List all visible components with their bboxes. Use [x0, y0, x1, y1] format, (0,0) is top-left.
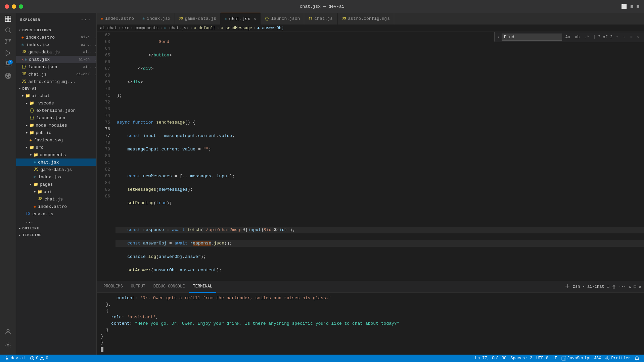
grid-icon[interactable]: ⊞: [637, 4, 639, 9]
status-line-ending[interactable]: LF: [550, 356, 559, 361]
astro-file-icon: ◈: [21, 35, 24, 40]
open-editor-index-astro[interactable]: ◈ index.astro ai-c...: [16, 34, 96, 41]
file-label: extensions.json: [36, 108, 96, 113]
open-editor-label: chat.js: [28, 72, 75, 77]
match-word-button[interactable]: ab: [573, 34, 581, 40]
breadcrumb-part[interactable]: components: [134, 26, 158, 31]
breadcrumb-part[interactable]: ◆ answerObj: [257, 26, 284, 31]
activity-explorer[interactable]: [3, 14, 13, 24]
sidebar: EXPLORER ··· ▾ OPEN EDITORS ◈ index.astr…: [16, 13, 97, 355]
find-select-all-button[interactable]: ≡: [629, 34, 634, 40]
status-notifications[interactable]: [633, 356, 641, 361]
folder-vscode[interactable]: ▸ 📁 .vscode: [16, 99, 96, 107]
line-number: 63: [99, 39, 110, 45]
activity-account[interactable]: [3, 327, 13, 336]
sidebar-more-button[interactable]: ···: [79, 15, 92, 24]
line-number: 72: [99, 99, 110, 106]
tab-index-jsx[interactable]: ⚛ index.jsx: [138, 13, 175, 25]
file-extensions-json[interactable]: {} extensions.json: [16, 107, 96, 114]
find-close-button[interactable]: ✕: [636, 34, 641, 40]
open-editor-game-data[interactable]: JS game-data.js ai-...: [16, 48, 96, 56]
folder-public[interactable]: ▾ 📁 public: [16, 129, 96, 136]
status-spaces[interactable]: Spaces: 2: [508, 356, 534, 361]
folder-pages[interactable]: ▾ 📁 pages: [16, 181, 96, 188]
tab-launch-json[interactable]: {} launch.json: [261, 13, 304, 25]
tab-index-astro[interactable]: ◈ index.astro: [97, 13, 138, 25]
code-editor[interactable]: Send </button> </div> </div> ); async fu…: [113, 32, 644, 281]
tab-chat-jsx[interactable]: ⚛ chat.jsx ✕: [221, 13, 261, 25]
folder-src[interactable]: ▾ 📁 src: [16, 144, 96, 151]
regex-button[interactable]: .*: [583, 34, 591, 40]
kill-terminal-icon[interactable]: 🗑: [612, 284, 616, 289]
folder-expand-icon: ▾: [30, 152, 32, 157]
maximize-button[interactable]: [19, 4, 23, 9]
open-editor-chat-js[interactable]: JS chat.js ai-ch/...: [16, 71, 96, 78]
status-prettier[interactable]: Prettier: [603, 356, 633, 361]
status-position[interactable]: Ln 77, Col 30: [473, 356, 509, 361]
line-number: 74: [99, 112, 110, 119]
activity-debug[interactable]: [3, 48, 13, 58]
status-language[interactable]: {} JavaScript JSX: [559, 356, 603, 361]
open-editor-launch-json[interactable]: {} launch.json ai-...: [16, 63, 96, 71]
activity-extensions[interactable]: 7: [3, 60, 13, 69]
panel-close-icon[interactable]: ✕: [639, 284, 641, 289]
activity-source-control[interactable]: [3, 37, 13, 46]
open-editor-index-jsx[interactable]: ⚛ index.jsx ai-c...: [16, 41, 96, 48]
file-chat-js[interactable]: JS chat.js: [16, 195, 96, 203]
tab-close-button[interactable]: ✕: [254, 16, 256, 21]
file-launch-json[interactable]: {} launch.json: [16, 114, 96, 122]
find-prev-button[interactable]: ↑: [614, 34, 619, 40]
file-favicon-svg[interactable]: ◈ favicon.svg: [16, 136, 96, 144]
panel-collapse-icon[interactable]: ∧: [629, 284, 631, 289]
file-index-astro[interactable]: ◈ index.astro: [16, 203, 96, 210]
find-expand-icon[interactable]: ›: [497, 35, 500, 40]
split-terminal-icon[interactable]: ⊞: [607, 284, 609, 289]
breadcrumb-part[interactable]: ⊙ default: [194, 26, 216, 31]
status-git[interactable]: dev-ai: [3, 355, 27, 362]
activity-ai[interactable]: [3, 71, 13, 81]
svg-point-15: [7, 329, 9, 332]
panel-tab-debug[interactable]: DEBUG CONSOLE: [149, 281, 189, 293]
file-game-data-js[interactable]: JS game-data.js: [16, 166, 96, 173]
find-input[interactable]: [502, 34, 562, 41]
open-editor-astro-config[interactable]: JS astro.config.mj...: [16, 78, 96, 85]
dev-ai-section[interactable]: ▾ DEV-AI: [16, 85, 96, 92]
file-more[interactable]: ...: [16, 218, 96, 225]
tab-game-data-js[interactable]: JS game-data.js: [175, 13, 221, 25]
breadcrumb-part[interactable]: ⊙ sendMessage: [221, 26, 252, 31]
panel-tab-problems[interactable]: PROBLEMS: [99, 281, 127, 293]
timeline-section[interactable]: ▸ TIMELINE: [16, 232, 96, 238]
activity-settings[interactable]: [3, 341, 13, 350]
folder-components[interactable]: ▾ 📁 components: [16, 151, 96, 159]
match-case-button[interactable]: Aa: [564, 34, 571, 40]
close-button[interactable]: [5, 4, 9, 9]
breadcrumb-part[interactable]: ai-chat: [100, 26, 117, 31]
status-encoding[interactable]: UTF-8: [534, 356, 550, 361]
folder-ai-chat[interactable]: ▾ 📁 ai-chat: [16, 92, 96, 99]
panel-tab-output[interactable]: OUTPUT: [127, 281, 149, 293]
file-chat-jsx[interactable]: ⚛ chat.jsx: [16, 159, 96, 166]
find-next-button[interactable]: ↓: [622, 34, 627, 40]
breadcrumb-part[interactable]: chat.jsx: [169, 26, 189, 31]
layout-icon[interactable]: ⊟: [630, 4, 633, 9]
panel-maximize-icon[interactable]: □: [634, 284, 636, 289]
tab-astro-config[interactable]: JS astro.config.mjs: [338, 13, 394, 25]
new-terminal-icon[interactable]: [565, 283, 570, 290]
folder-api[interactable]: ▾ 📁 api: [16, 188, 96, 195]
folder-node-modules[interactable]: ▸ 📁 node_modules: [16, 122, 96, 129]
breadcrumb-part[interactable]: src: [122, 26, 130, 31]
code-container[interactable]: 62 63 64 65 66 67 68 69 70 71 72 73 74 7…: [97, 32, 644, 281]
minimize-button[interactable]: [12, 4, 16, 9]
more-terminal-icon[interactable]: ···: [619, 284, 626, 289]
outline-section[interactable]: ▸ OUTLINE: [16, 225, 96, 232]
file-env-dts[interactable]: TS env.d.ts: [16, 210, 96, 218]
open-editor-chat-jsx[interactable]: ✕ ⚛ chat.jsx ai-ch...: [16, 56, 96, 63]
file-index-jsx[interactable]: ⚛ index.jsx: [16, 173, 96, 181]
status-errors[interactable]: 0 0: [28, 355, 50, 362]
svg-point-25: [42, 359, 42, 360]
activity-search[interactable]: [3, 26, 13, 35]
sidebar-toggle-icon[interactable]: ⬜: [621, 4, 627, 9]
panel-tab-terminal[interactable]: TERMINAL: [189, 281, 216, 293]
tab-chat-js[interactable]: JS chat.js: [304, 13, 338, 25]
open-editors-section[interactable]: ▾ OPEN EDITORS: [16, 27, 96, 34]
